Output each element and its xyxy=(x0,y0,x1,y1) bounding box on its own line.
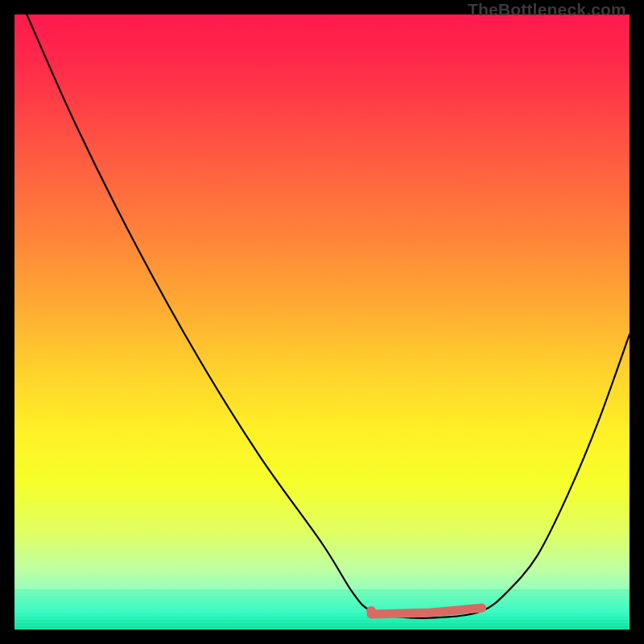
chart-frame xyxy=(14,14,630,630)
chart-svg xyxy=(14,14,630,630)
brand-watermark: TheBottleneck.com xyxy=(468,0,626,19)
chart-curve xyxy=(27,14,630,618)
marker-dot xyxy=(366,606,376,616)
marker-bar xyxy=(371,608,482,614)
